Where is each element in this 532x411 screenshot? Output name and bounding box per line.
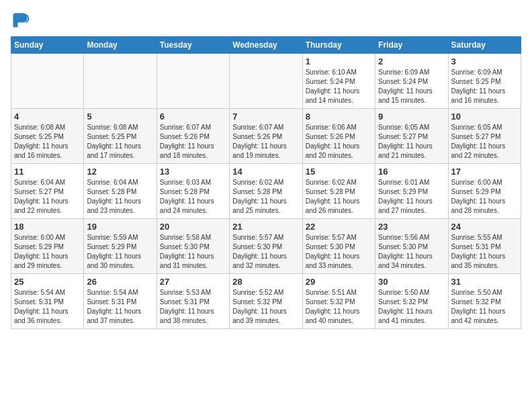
day-number: 31 [451,277,518,287]
day-number: 12 [87,167,153,177]
day-info: Sunrise: 5:53 AMSunset: 5:31 PMDaylight:… [160,288,226,326]
col-header-tuesday: Tuesday [157,37,229,54]
day-info: Sunrise: 6:04 AMSunset: 5:27 PMDaylight:… [14,178,81,216]
day-cell: 5Sunrise: 6:08 AMSunset: 5:25 PMDaylight… [84,109,157,164]
day-number: 4 [14,111,81,122]
day-number: 15 [306,167,372,177]
day-cell: 2Sunrise: 6:09 AMSunset: 5:24 PMDaylight… [375,54,448,109]
col-header-wednesday: Wednesday [230,37,302,54]
day-cell: 7Sunrise: 6:07 AMSunset: 5:26 PMDaylight… [230,109,302,164]
week-row-4: 18Sunrise: 6:00 AMSunset: 5:29 PMDayligh… [11,219,521,274]
day-cell: 11Sunrise: 6:04 AMSunset: 5:27 PMDayligh… [11,164,84,219]
day-info: Sunrise: 6:06 AMSunset: 5:26 PMDaylight:… [306,123,372,161]
day-info: Sunrise: 5:54 AMSunset: 5:31 PMDaylight:… [14,288,81,326]
day-cell: 16Sunrise: 6:01 AMSunset: 5:29 PMDayligh… [375,164,448,219]
col-header-saturday: Saturday [448,37,521,54]
day-cell: 3Sunrise: 6:09 AMSunset: 5:25 PMDaylight… [448,54,521,109]
day-number: 18 [14,222,81,232]
day-number: 8 [306,111,372,122]
day-number: 30 [378,277,445,287]
day-cell [157,54,229,109]
day-info: Sunrise: 5:54 AMSunset: 5:31 PMDaylight:… [87,288,153,326]
day-info: Sunrise: 6:01 AMSunset: 5:29 PMDaylight:… [378,178,445,216]
day-info: Sunrise: 5:55 AMSunset: 5:31 PMDaylight:… [451,233,518,271]
calendar-table: SundayMondayTuesdayWednesdayThursdayFrid… [11,36,521,329]
day-number: 28 [232,277,299,287]
day-number: 22 [306,222,372,232]
day-info: Sunrise: 6:05 AMSunset: 5:27 PMDaylight:… [451,123,518,161]
day-number: 23 [378,222,445,232]
day-number: 17 [451,167,518,177]
day-number: 14 [232,167,299,177]
day-cell: 15Sunrise: 6:02 AMSunset: 5:28 PMDayligh… [302,164,375,219]
day-number: 10 [451,111,518,122]
day-cell: 17Sunrise: 6:00 AMSunset: 5:29 PMDayligh… [448,164,521,219]
day-info: Sunrise: 5:50 AMSunset: 5:32 PMDaylight:… [451,288,518,326]
day-info: Sunrise: 6:09 AMSunset: 5:24 PMDaylight:… [378,68,445,105]
day-info: Sunrise: 5:51 AMSunset: 5:32 PMDaylight:… [306,288,372,326]
day-info: Sunrise: 6:10 AMSunset: 5:24 PMDaylight:… [306,68,372,105]
day-cell: 27Sunrise: 5:53 AMSunset: 5:31 PMDayligh… [157,274,229,329]
day-number: 1 [306,56,372,66]
day-info: Sunrise: 5:50 AMSunset: 5:32 PMDaylight:… [378,288,445,326]
week-row-3: 11Sunrise: 6:04 AMSunset: 5:27 PMDayligh… [11,164,521,219]
day-number: 13 [160,167,226,177]
week-row-2: 4Sunrise: 6:08 AMSunset: 5:25 PMDaylight… [11,109,521,164]
day-info: Sunrise: 6:07 AMSunset: 5:26 PMDaylight:… [160,123,226,161]
day-cell: 10Sunrise: 6:05 AMSunset: 5:27 PMDayligh… [448,109,521,164]
day-info: Sunrise: 6:05 AMSunset: 5:27 PMDaylight:… [378,123,445,161]
day-info: Sunrise: 6:08 AMSunset: 5:25 PMDaylight:… [14,123,81,161]
day-cell: 8Sunrise: 6:06 AMSunset: 5:26 PMDaylight… [302,109,375,164]
day-cell [230,54,302,109]
day-number: 26 [87,277,153,287]
day-info: Sunrise: 5:56 AMSunset: 5:30 PMDaylight:… [378,233,445,271]
week-row-1: 1Sunrise: 6:10 AMSunset: 5:24 PMDaylight… [11,54,521,109]
day-cell [84,54,157,109]
day-cell: 20Sunrise: 5:58 AMSunset: 5:30 PMDayligh… [157,219,229,274]
day-number: 20 [160,222,226,232]
header [11,11,521,30]
col-header-monday: Monday [84,37,157,54]
col-header-thursday: Thursday [302,37,375,54]
col-header-sunday: Sunday [11,37,84,54]
day-number: 3 [451,56,518,66]
day-number: 16 [378,167,445,177]
day-cell: 31Sunrise: 5:50 AMSunset: 5:32 PMDayligh… [448,274,521,329]
day-cell: 26Sunrise: 5:54 AMSunset: 5:31 PMDayligh… [84,274,157,329]
day-info: Sunrise: 6:04 AMSunset: 5:28 PMDaylight:… [87,178,153,216]
day-info: Sunrise: 6:09 AMSunset: 5:25 PMDaylight:… [451,68,518,105]
day-cell: 9Sunrise: 6:05 AMSunset: 5:27 PMDaylight… [375,109,448,164]
day-info: Sunrise: 6:00 AMSunset: 5:29 PMDaylight:… [451,178,518,216]
day-cell: 18Sunrise: 6:00 AMSunset: 5:29 PMDayligh… [11,219,84,274]
week-row-5: 25Sunrise: 5:54 AMSunset: 5:31 PMDayligh… [11,274,521,329]
day-number: 6 [160,111,226,122]
header-row: SundayMondayTuesdayWednesdayThursdayFrid… [11,37,521,54]
day-info: Sunrise: 6:07 AMSunset: 5:26 PMDaylight:… [232,123,299,161]
day-number: 29 [306,277,372,287]
day-number: 25 [14,277,81,287]
logo [11,11,32,30]
day-cell: 4Sunrise: 6:08 AMSunset: 5:25 PMDaylight… [11,109,84,164]
day-cell: 29Sunrise: 5:51 AMSunset: 5:32 PMDayligh… [302,274,375,329]
day-cell: 21Sunrise: 5:57 AMSunset: 5:30 PMDayligh… [230,219,302,274]
day-cell: 24Sunrise: 5:55 AMSunset: 5:31 PMDayligh… [448,219,521,274]
day-info: Sunrise: 5:57 AMSunset: 5:30 PMDaylight:… [306,233,372,271]
day-number: 2 [378,56,445,66]
day-cell: 30Sunrise: 5:50 AMSunset: 5:32 PMDayligh… [375,274,448,329]
day-info: Sunrise: 5:52 AMSunset: 5:32 PMDaylight:… [232,288,299,326]
day-info: Sunrise: 5:57 AMSunset: 5:30 PMDaylight:… [232,233,299,271]
day-number: 5 [87,111,153,122]
day-info: Sunrise: 6:03 AMSunset: 5:28 PMDaylight:… [160,178,226,216]
day-cell: 14Sunrise: 6:02 AMSunset: 5:28 PMDayligh… [230,164,302,219]
day-cell: 13Sunrise: 6:03 AMSunset: 5:28 PMDayligh… [157,164,229,219]
day-number: 9 [378,111,445,122]
day-number: 21 [232,222,299,232]
day-cell: 28Sunrise: 5:52 AMSunset: 5:32 PMDayligh… [230,274,302,329]
day-info: Sunrise: 5:58 AMSunset: 5:30 PMDaylight:… [160,233,226,271]
day-cell: 23Sunrise: 5:56 AMSunset: 5:30 PMDayligh… [375,219,448,274]
col-header-friday: Friday [375,37,448,54]
day-cell: 12Sunrise: 6:04 AMSunset: 5:28 PMDayligh… [84,164,157,219]
day-number: 11 [14,167,81,177]
logo-icon [11,11,30,30]
day-cell: 22Sunrise: 5:57 AMSunset: 5:30 PMDayligh… [302,219,375,274]
